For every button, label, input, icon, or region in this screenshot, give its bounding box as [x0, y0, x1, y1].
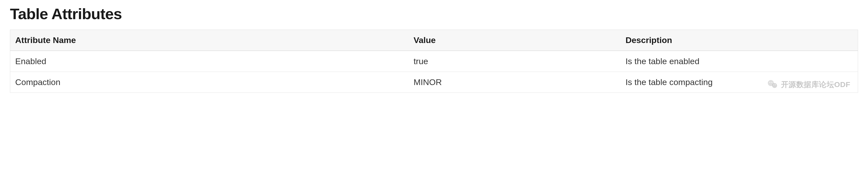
svg-point-3 [771, 82, 772, 83]
table-row: Compaction MINOR Is the table compacting… [10, 72, 858, 93]
cell-attribute-name: Compaction [10, 72, 409, 93]
attributes-table: Attribute Name Value Description Enabled… [10, 30, 858, 93]
watermark-text: 开源数据库论坛ODF [781, 80, 850, 90]
wechat-icon [767, 79, 779, 90]
svg-point-4 [773, 84, 774, 85]
column-header-description: Description [621, 30, 858, 51]
svg-point-1 [772, 83, 777, 88]
svg-point-5 [775, 84, 776, 85]
watermark: 开源数据库论坛ODF [767, 79, 850, 90]
page-title: Table Attributes [10, 5, 858, 23]
column-header-value: Value [409, 30, 621, 51]
svg-point-2 [769, 82, 770, 83]
column-header-name: Attribute Name [10, 30, 409, 51]
table-header-row: Attribute Name Value Description [10, 30, 858, 51]
cell-attribute-description: Is the table enabled [621, 51, 858, 72]
cell-attribute-value: true [409, 51, 621, 72]
table-row: Enabled true Is the table enabled [10, 51, 858, 72]
svg-point-0 [768, 80, 774, 86]
cell-attribute-value: MINOR [409, 72, 621, 93]
cell-attribute-description: Is the table compacting 开源数据库论坛ODF [621, 72, 858, 93]
cell-description-text: Is the table compacting [626, 77, 713, 87]
cell-attribute-name: Enabled [10, 51, 409, 72]
